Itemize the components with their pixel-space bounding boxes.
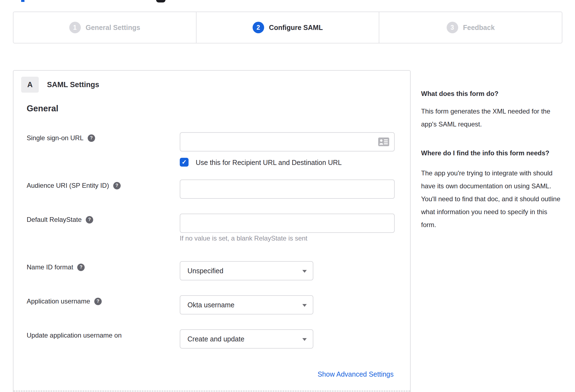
step-1-number-badge: 1 — [69, 22, 81, 33]
help-heading-what: What does this form do? — [421, 89, 561, 99]
step-3-number-badge: 3 — [447, 22, 458, 33]
name-id-format-label: Name ID format — [27, 263, 73, 271]
audience-uri-label: Audience URI (SP Entity ID) — [27, 182, 109, 189]
general-section-heading: General — [27, 104, 58, 114]
chevron-down-icon — [302, 338, 307, 341]
default-relaystate-label-row: Default RelayState ? — [27, 216, 93, 223]
update-app-username-label-row: Update application username on — [27, 332, 122, 339]
update-app-username-label: Update application username on — [27, 332, 122, 339]
wizard-stepper: 1 General Settings 2 Configure SAML 3 Fe… — [13, 12, 562, 43]
help-icon[interactable]: ? — [86, 216, 93, 223]
name-id-format-value: Unspecified — [180, 267, 223, 275]
step-3-label: Feedback — [463, 24, 495, 32]
step-general-settings[interactable]: 1 General Settings — [13, 12, 196, 43]
help-icon[interactable]: ? — [77, 264, 85, 271]
help-icon[interactable]: ? — [88, 134, 95, 142]
audience-uri-input-wrap — [180, 180, 395, 199]
relaystate-helper-text: If no value is set, a blank RelayState i… — [180, 234, 307, 242]
update-app-username-select[interactable]: Create and update — [180, 329, 313, 349]
chevron-down-icon — [302, 270, 307, 273]
application-username-label-row: Application username ? — [27, 297, 102, 305]
help-icon[interactable]: ? — [94, 298, 102, 305]
step-feedback[interactable]: 3 Feedback — [379, 12, 562, 43]
default-relaystate-input[interactable] — [180, 214, 395, 233]
card-title: SAML Settings — [47, 81, 99, 89]
help-icon[interactable]: ? — [113, 182, 121, 189]
sso-url-input-wrap — [180, 132, 395, 151]
application-username-value: Okta username — [180, 301, 234, 309]
help-body-what: This form generates the XML needed for t… — [421, 105, 561, 131]
sso-url-input[interactable] — [180, 132, 395, 151]
help-body-where: The app you're trying to integrate with … — [421, 167, 561, 231]
section-a-badge: A — [21, 77, 39, 93]
audience-uri-label-row: Audience URI (SP Entity ID) ? — [27, 182, 121, 189]
help-heading-where: Where do I find the info this form needs… — [421, 147, 561, 159]
update-app-username-value: Create and update — [180, 335, 244, 343]
step-configure-saml[interactable]: 2 Configure SAML — [196, 12, 379, 43]
name-id-format-select[interactable]: Unspecified — [180, 261, 313, 280]
chevron-down-icon — [302, 304, 307, 307]
recipient-url-checkbox[interactable]: ✓ — [180, 158, 189, 167]
help-panel: What does this form do? This form genera… — [421, 89, 561, 231]
default-relaystate-label: Default RelayState — [27, 216, 82, 223]
saml-settings-card: A SAML Settings General Single sign-on U… — [13, 70, 411, 392]
application-username-label: Application username — [27, 297, 90, 305]
section-divider-dashed — [13, 391, 410, 391]
default-relaystate-input-wrap — [180, 214, 395, 233]
step-1-label: General Settings — [86, 24, 140, 32]
sso-url-label-row: Single sign-on URL ? — [27, 134, 95, 142]
clipped-title-fragment — [21, 0, 24, 2]
step-2-label: Configure SAML — [269, 24, 323, 32]
show-advanced-settings-link[interactable]: Show Advanced Settings — [317, 370, 394, 378]
name-id-format-label-row: Name ID format ? — [27, 263, 85, 271]
clipped-icon-fragment — [156, 0, 165, 2]
sso-url-label: Single sign-on URL — [27, 134, 84, 142]
audience-uri-input[interactable] — [180, 180, 395, 199]
application-username-select[interactable]: Okta username — [180, 295, 313, 314]
recipient-url-checkbox-label: Use this for Recipient URL and Destinati… — [196, 159, 342, 167]
step-2-number-badge: 2 — [253, 22, 264, 33]
